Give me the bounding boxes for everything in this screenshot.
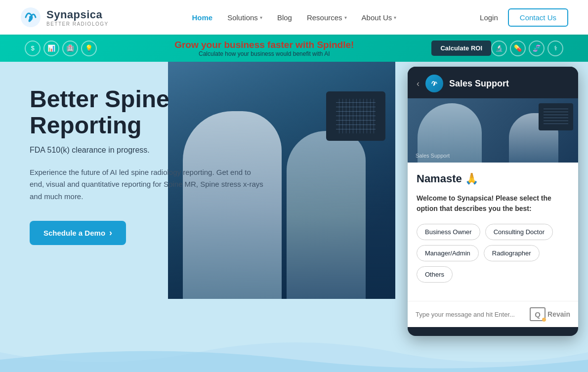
xray-screen <box>326 91 385 141</box>
chat-image-section: Sales Support <box>408 98 578 163</box>
nav-links: Home Solutions ▾ Blog Resources ▾ About … <box>192 13 396 22</box>
login-link[interactable]: Login <box>480 13 498 22</box>
chat-welcome-text: Welcome to Synapsica! Please select the … <box>417 193 569 214</box>
chat-header-title: Sales Support <box>449 79 509 89</box>
chat-back-button[interactable]: ‹ <box>417 79 420 89</box>
chat-status-bar: Sales Support <box>416 153 450 159</box>
chat-footer: Q Revain <box>408 301 578 327</box>
promo-banner: $ 📊 🏥 💡 Grow your business faster with S… <box>0 35 588 62</box>
calculate-roi-button[interactable]: Calculate ROI <box>431 41 491 56</box>
logo-icon <box>20 6 42 28</box>
hero-title: Better Spine Reporting <box>30 86 267 139</box>
svg-point-1 <box>29 16 32 19</box>
chat-options: Business Owner Consulting Doctor Manager… <box>417 224 569 283</box>
revain-logo: Q Revain <box>530 307 570 321</box>
hero-description: Experience the future of AI led spine ra… <box>30 166 267 203</box>
banner-title: Grow your business faster with Spindle! <box>97 40 431 50</box>
option-others[interactable]: Others <box>417 266 453 283</box>
chat-body: Namaste 🙏 Welcome to Synapsica! Please s… <box>408 163 578 301</box>
wave-decoration <box>0 332 588 372</box>
banner-icon-4: 💡 <box>81 41 97 56</box>
nav-solutions[interactable]: Solutions ▾ <box>227 13 262 22</box>
nav-about[interactable]: About Us ▾ <box>362 13 397 22</box>
banner-icon-7: 🧬 <box>529 41 545 56</box>
hero-section: Better Spine Reporting FDA 510(k) cleara… <box>0 62 296 245</box>
logo-tagline: BETTER RADIOLOGY <box>46 21 109 27</box>
svg-point-2 <box>434 83 435 84</box>
chat-input[interactable] <box>416 311 525 318</box>
arrow-icon: › <box>109 228 112 238</box>
banner-text: Grow your business faster with Spindle! … <box>97 40 431 57</box>
nav-blog[interactable]: Blog <box>277 13 292 22</box>
banner-icons-right: 🔬 💊 🧬 ⚕ <box>491 41 563 56</box>
logo[interactable]: Synapsica BETTER RADIOLOGY <box>20 6 109 28</box>
banner-subtitle: Calculate how your business would benefi… <box>97 50 431 57</box>
banner-icon-2: 📊 <box>43 41 59 56</box>
chat-widget: ‹ Sales Support Sales Support <box>408 67 578 336</box>
banner-icon-6: 💊 <box>510 41 526 56</box>
nav-right: Login Contact Us <box>480 8 568 27</box>
option-business-owner[interactable]: Business Owner <box>417 224 480 240</box>
chat-header: ‹ Sales Support <box>408 67 578 98</box>
navbar: Synapsica BETTER RADIOLOGY Home Solution… <box>0 0 588 35</box>
banner-icons-left: $ 📊 🏥 💡 <box>25 41 97 56</box>
banner-icon-3: 🏥 <box>62 41 78 56</box>
banner-icon-8: ⚕ <box>547 41 563 56</box>
chat-logo-icon <box>425 75 443 92</box>
option-radiographer[interactable]: Radiographer <box>484 245 540 261</box>
revain-text: Revain <box>547 310 570 318</box>
chat-greeting: Namaste 🙏 <box>417 172 569 185</box>
banner-icon-5: 🔬 <box>491 41 507 56</box>
schedule-demo-button[interactable]: Schedule a Demo › <box>30 221 126 245</box>
main-content: Better Spine Reporting FDA 510(k) cleara… <box>0 62 588 372</box>
hero-fda-note: FDA 510(k) clearance in progress. <box>30 146 267 155</box>
logo-name: Synapsica <box>46 8 109 21</box>
option-consulting-doctor[interactable]: Consulting Doctor <box>485 224 553 240</box>
revain-icon: Q <box>530 307 546 321</box>
banner-icon-1: $ <box>25 41 41 56</box>
nav-home[interactable]: Home <box>192 13 212 22</box>
contact-button[interactable]: Contact Us <box>508 8 568 27</box>
nav-resources[interactable]: Resources ▾ <box>307 13 347 22</box>
option-manager-admin[interactable]: Manager/Admin <box>417 245 479 261</box>
